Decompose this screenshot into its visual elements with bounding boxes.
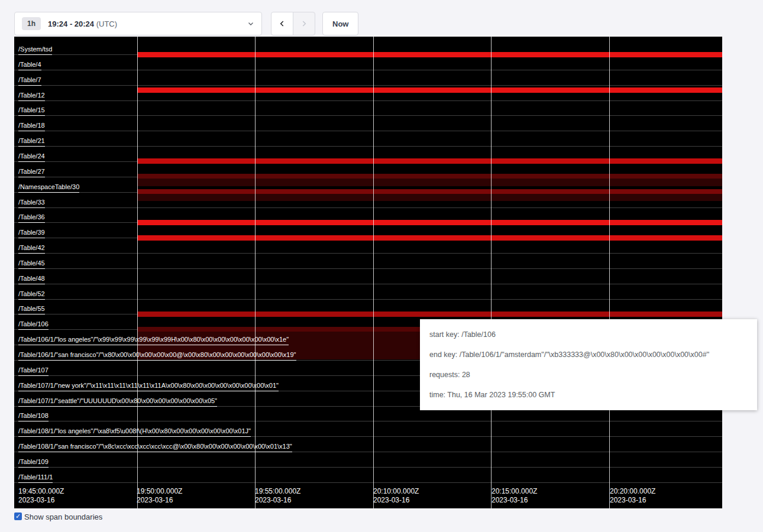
heat-band xyxy=(137,235,722,241)
range-duration-badge: 1h xyxy=(22,17,41,30)
span-key-label: /Table/7 xyxy=(18,76,41,86)
tooltip-line: end key: /Table/106/1/"amsterdam"/"\xb33… xyxy=(420,345,757,365)
show-span-boundaries-checkbox[interactable]: ✓ xyxy=(14,512,22,520)
span-key-label: /Table/55 xyxy=(18,305,45,314)
span-key-label: /Table/27 xyxy=(18,168,45,177)
heat-band xyxy=(137,194,722,201)
canvas-footer: ✓ Show span boundaries xyxy=(14,512,102,521)
time-axis-label: 19:50:00.000Z2023-03-16 xyxy=(137,487,182,505)
hover-tooltip: start key: /Table/106end key: /Table/106… xyxy=(420,319,757,410)
chevron-right-icon xyxy=(300,20,308,28)
span-key-label: /Table/39 xyxy=(18,229,45,238)
span-boundary-line xyxy=(14,207,722,208)
span-key-label: /Table/45 xyxy=(18,259,45,269)
span-boundary-line xyxy=(14,131,722,131)
span-key-label: /Table/42 xyxy=(18,244,45,254)
span-key-label: /Table/108/1/"los angeles"/"\xa8\xf5\u00… xyxy=(18,427,251,437)
span-key-label: /Table/15 xyxy=(18,106,45,116)
span-key-label: /Table/107 xyxy=(18,366,49,376)
key-visualizer-page: { "toolbar": { "range_badge": "1h", "ran… xyxy=(0,0,763,532)
span-boundary-line xyxy=(14,482,722,483)
heat-band xyxy=(137,158,722,164)
span-key-label: /Table/21 xyxy=(18,137,45,147)
span-key-label: /Table/18 xyxy=(18,122,45,131)
span-key-label: /Table/52 xyxy=(18,290,45,300)
heat-band xyxy=(137,174,722,179)
span-boundary-line xyxy=(14,100,722,101)
span-key-label: /Table/108 xyxy=(18,412,49,421)
span-boundary-line xyxy=(14,299,722,300)
time-axis-label: 20:10:00.000Z2023-03-16 xyxy=(373,487,419,505)
span-boundary-line xyxy=(14,284,722,284)
next-range-button[interactable] xyxy=(293,12,315,35)
heat-band xyxy=(137,179,722,186)
span-key-label: /Table/36 xyxy=(18,213,45,223)
span-boundary-line xyxy=(14,253,722,254)
span-key-label: /Table/24 xyxy=(18,153,45,162)
span-boundary-line xyxy=(14,146,722,147)
show-span-boundaries-label: Show span boundaries xyxy=(24,512,102,521)
span-key-label: /Table/107/1/"new york"/"\x11\x11\x11\x1… xyxy=(18,382,279,391)
range-time-text: 19:24 - 20:24 xyxy=(48,20,94,28)
heat-band xyxy=(137,52,722,57)
span-key-label: /Table/106 xyxy=(18,320,49,330)
span-boundary-line xyxy=(14,268,722,269)
span-key-label: /Table/107/1/"seattle"/"UUUUUUD\x00\x80\… xyxy=(18,397,217,407)
prev-range-button[interactable] xyxy=(271,12,293,35)
span-key-label: /NamespaceTable/30 xyxy=(18,183,79,193)
heat-band xyxy=(137,220,722,225)
time-gridline xyxy=(373,37,374,508)
span-key-label: /Table/109 xyxy=(18,458,49,468)
span-boundary-line xyxy=(14,70,722,70)
span-key-label: /System/tsd xyxy=(18,46,52,55)
range-timezone-text: (UTC) xyxy=(96,20,117,28)
range-nav-group xyxy=(271,12,315,35)
heat-band xyxy=(137,87,722,93)
time-axis-label: 20:20:00.000Z2023-03-16 xyxy=(610,487,655,505)
tooltip-line: start key: /Table/106 xyxy=(420,325,757,345)
time-axis-label: 20:15:00.000Z2023-03-16 xyxy=(492,487,537,505)
time-gridline xyxy=(491,37,492,508)
span-key-label: /Table/106/1/"los angeles"/"\x99\x99\x99… xyxy=(18,336,289,345)
span-key-label: /Table/4 xyxy=(18,61,41,70)
span-key-label: /Table/48 xyxy=(18,275,45,284)
time-axis-label: 19:45:00.000Z2023-03-16 xyxy=(18,487,64,505)
heat-band xyxy=(137,312,722,317)
heat-band xyxy=(137,189,722,194)
key-visualizer-canvas[interactable]: /System/tsd/Table/4/Table/7/Table/12/Tab… xyxy=(14,37,722,508)
span-key-label: /Table/111/1 xyxy=(18,473,53,483)
chevron-down-icon xyxy=(247,20,254,27)
tooltip-line: time: Thu, 16 Mar 2023 19:55:00 GMT xyxy=(420,385,757,405)
time-gridline xyxy=(255,37,256,508)
range-text: 19:24 - 20:24 (UTC) xyxy=(48,20,117,28)
time-gridline xyxy=(137,37,138,508)
time-axis-label: 19:55:00.000Z2023-03-16 xyxy=(255,487,300,505)
time-gridline xyxy=(609,37,610,508)
span-boundary-line xyxy=(14,467,722,468)
now-button[interactable]: Now xyxy=(322,12,358,35)
span-key-label: /Table/33 xyxy=(18,199,45,208)
time-range-selector[interactable]: 1h 19:24 - 20:24 (UTC) xyxy=(14,12,262,35)
span-key-label: /Table/108/1/"san francisco"/"\x8c\xcc\x… xyxy=(18,443,292,452)
time-toolbar: 1h 19:24 - 20:24 (UTC) Now xyxy=(14,12,358,35)
span-key-label: /Table/12 xyxy=(18,92,45,101)
span-boundary-line xyxy=(14,115,722,116)
span-key-label: /Table/106/1/"san francisco"/"\x80\x00\x… xyxy=(18,351,296,361)
span-boundary-line xyxy=(14,85,722,86)
chevron-left-icon xyxy=(278,20,286,28)
span-boundary-line xyxy=(14,421,722,421)
tooltip-line: requests: 28 xyxy=(420,365,757,385)
